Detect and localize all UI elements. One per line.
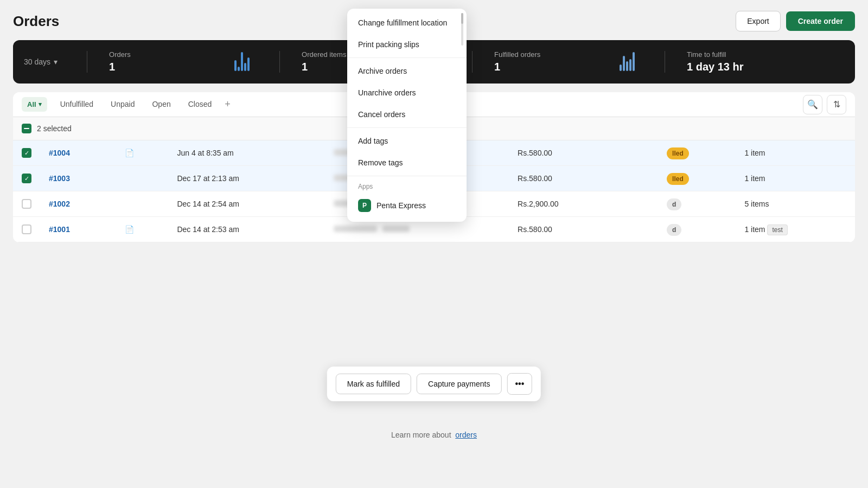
chart-bar [241,52,243,71]
chart-bar [626,61,628,71]
fulfillment-status-cell: lled [658,166,736,191]
tab-all[interactable]: All ▾ [22,97,47,112]
dropdown-item-print-packing[interactable]: Print packing slips [347,34,467,55]
dropdown-item-archive[interactable]: Archive orders [347,60,467,82]
order-number-1001[interactable]: #1001 [49,225,70,234]
apps-section-label: Apps [347,178,467,192]
dropdown-item-unarchive[interactable]: Unarchive orders [347,82,467,104]
cancel-orders-label: Cancel orders [358,110,405,119]
tab-open[interactable]: Open [143,92,179,117]
fulfillment-status-cell: lled [658,140,736,166]
search-filter-button[interactable]: 🔍 [803,95,822,114]
dropdown-item-add-tags[interactable]: Add tags [347,130,467,152]
items-count-1003: 1 item [744,174,765,183]
row-checkbox-cell[interactable] [13,217,40,242]
amount-cell: Rs.580.00 [509,166,624,191]
amount-cell: Rs.2,900.00 [509,191,624,217]
dropdown-item-remove-tags[interactable]: Remove tags [347,152,467,174]
order-amount-1001: Rs.580.00 [518,225,552,234]
tab-closed[interactable]: Closed [180,92,221,117]
items-count-1004: 1 item [744,149,765,157]
row-checkbox-cell[interactable] [13,191,40,217]
stat-divider-2 [279,51,280,73]
stat-divider-3 [472,51,473,73]
fulfillment-badge-1002: d [667,198,681,210]
chart-bar [620,65,622,71]
doc-icon-1001: 📄 [125,225,134,234]
selection-count: 2 selected [37,124,72,133]
row-checkbox-cell[interactable] [13,166,40,191]
chart-bar [234,60,237,71]
date-cell: Dec 17 at 2:13 am [168,166,325,191]
sort-button[interactable]: ⇅ [827,95,846,114]
row-4-checkbox[interactable] [22,224,31,234]
dropdown-divider-2 [347,127,467,128]
stat-time-to-fulfill: Time to fulfill 1 day 13 hr [678,50,844,73]
footer-learn-more: Learn more about [391,431,451,439]
payment-status-cell [624,140,658,166]
tab-open-label: Open [152,100,170,108]
stat-divider-1 [87,51,87,73]
date-cell: Dec 14 at 2:54 am [168,191,325,217]
page-title: Orders [13,13,59,30]
order-number-cell: #1004 [40,140,116,166]
create-order-button[interactable]: Create order [786,11,855,31]
row-checkbox-cell[interactable] [13,140,40,166]
period-selector[interactable]: 30 days ▾ [24,57,74,66]
tab-add-button[interactable]: + [220,93,235,115]
penta-express-label: Penta Express [376,201,426,210]
tab-closed-label: Closed [188,100,212,108]
mark-fulfilled-button[interactable]: Mark as fulfilled [336,374,411,394]
action-bar: Mark as fulfilled Capture payments ••• [327,367,541,401]
row-3-checkbox[interactable] [22,199,31,209]
order-number-1003[interactable]: #1003 [49,174,70,183]
add-tags-label: Add tags [358,137,388,145]
fulfillment-status-cell: d [658,217,736,242]
payment-status-cell [624,217,658,242]
context-dropdown-menu: Change fulfillment location Print packin… [347,9,467,222]
doc-icon-cell [116,191,169,217]
dropdown-divider-1 [347,57,467,58]
row-2-checkbox[interactable] [22,174,31,183]
export-button[interactable]: Export [736,11,780,31]
footer-orders-link[interactable]: orders [455,431,477,439]
order-amount-1003: Rs.580.00 [518,174,552,183]
orders-chart [234,50,266,73]
dropdown-item-penta-express[interactable]: P Penta Express [347,192,467,219]
chart-bar [238,67,240,71]
tab-unfulfilled[interactable]: Unfulfilled [52,92,102,117]
date-cell: Dec 14 at 2:53 am [168,217,325,242]
stat-divider-4 [665,51,665,73]
tab-all-label: All [27,100,36,108]
doc-icon-1004: 📄 [125,149,134,157]
dropdown-item-cancel[interactable]: Cancel orders [347,104,467,125]
items-count-1001: 1 item [744,225,765,234]
footer-text: Learn more about orders [391,431,477,439]
order-amount-1004: Rs.580.00 [518,149,552,157]
remove-tags-label: Remove tags [358,158,403,167]
order-number-1002[interactable]: #1002 [49,200,70,208]
more-actions-button[interactable]: ••• [507,373,532,395]
doc-icon-cell: 📄 [116,140,169,166]
doc-icon-cell: 📄 [116,217,169,242]
chart-bar [629,59,631,71]
stat-fulfilled-orders: Fulfilled orders 1 [486,50,652,73]
order-tag-test: test [767,224,787,235]
dropdown-item-change-fulfillment[interactable]: Change fulfillment location [347,12,467,34]
capture-payments-button[interactable]: Capture payments [417,374,501,394]
items-count-1002: 5 items [744,200,769,208]
items-cell: 1 item test [736,217,855,242]
items-cell: 1 item [736,140,855,166]
unarchive-orders-label: Unarchive orders [358,88,416,97]
print-packing-label: Print packing slips [358,40,419,49]
order-amount-1002: Rs.2,900.00 [518,200,559,208]
fulfillment-badge-1001: d [667,224,681,236]
chart-bar [244,63,246,71]
penta-express-icon: P [358,199,371,212]
order-number-1004[interactable]: #1004 [49,149,70,157]
period-chevron-icon: ▾ [54,57,58,66]
stat-time-value: 1 day 13 hr [687,61,835,73]
tab-unpaid[interactable]: Unpaid [102,92,143,117]
row-1-checkbox[interactable] [22,148,31,158]
select-all-checkbox[interactable] [22,124,31,133]
